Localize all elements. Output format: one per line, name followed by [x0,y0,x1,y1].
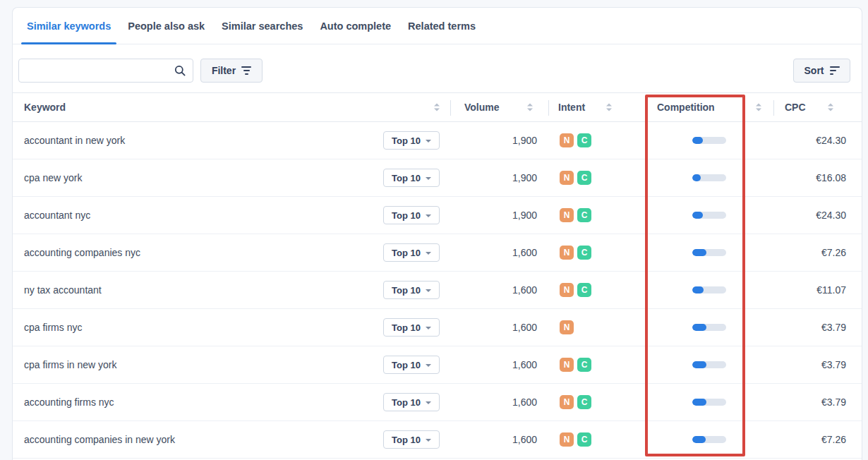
competition-bar [692,436,726,443]
column-header-competition[interactable]: Competition [657,102,715,113]
sort-carets-icon[interactable] [755,103,761,112]
sort-icon [830,66,840,75]
chevron-down-icon [426,327,431,329]
sort-carets-icon[interactable] [433,103,440,112]
position-filter-dropdown[interactable]: Top 10 [383,131,440,150]
position-filter-label: Top 10 [392,322,421,333]
chevron-down-icon [426,439,431,442]
competition-bar-fill [692,249,706,256]
intent-badge-c: C [577,133,591,147]
cpc-cell: €3.79 [773,322,846,333]
volume-cell: 1,600 [450,247,537,258]
intent-badges: NC [560,283,591,297]
keyword-cell: cpa firms in new york [24,359,116,370]
intent-badge-n: N [560,395,574,409]
column-divider [773,100,774,116]
table-row: ny tax accountant Top 10 1,600 NC €11.07 [13,272,862,309]
filter-icon [241,66,251,75]
volume-cell: 1,600 [450,284,537,296]
competition-bar-fill [692,361,706,368]
intent-badge-c: C [577,358,591,372]
position-filter-dropdown[interactable]: Top 10 [383,393,440,411]
competition-bar [692,361,726,368]
position-filter-label: Top 10 [392,173,421,183]
position-filter-label: Top 10 [392,135,421,146]
cpc-cell: €7.26 [773,434,846,445]
position-filter-dropdown[interactable]: Top 10 [383,243,440,262]
intent-badges: NC [560,208,591,222]
volume-cell: 1,600 [450,397,537,408]
tab-auto-complete[interactable]: Auto complete [311,8,399,44]
column-header-cpc[interactable]: CPC [785,102,806,113]
chevron-down-icon [426,364,431,367]
keyword-cell: accountant nyc [24,210,90,221]
competition-bar [692,324,726,331]
tab-similar-searches[interactable]: Similar searches [213,8,311,44]
table-row: accounting companies nyc Top 10 1,600 NC… [13,234,862,272]
chevron-down-icon [426,252,431,255]
cpc-cell: €16.08 [773,172,846,183]
competition-bar [692,137,726,144]
position-filter-dropdown[interactable]: Top 10 [383,169,440,187]
tab-people-also-ask[interactable]: People also ask [119,8,213,44]
chevron-down-icon [426,140,431,143]
intent-badge-c: C [577,432,591,447]
column-header-keyword[interactable]: Keyword [24,102,66,113]
table-row: accounting firms nyc Top 10 1,600 NC €3.… [13,384,862,421]
position-filter-dropdown[interactable]: Top 10 [383,206,440,224]
position-filter-dropdown[interactable]: Top 10 [383,318,440,337]
intent-badge-n: N [560,358,574,372]
intent-badge-c: C [577,283,591,297]
column-header-intent[interactable]: Intent [558,102,585,113]
filter-button-label: Filter [212,65,236,76]
table-row: accountant in new york Top 10 1,900 NC €… [13,122,862,159]
competition-bar [692,249,726,256]
search-input[interactable] [19,59,174,82]
competition-bar-fill [692,286,704,293]
keyword-cell: ny tax accountant [24,284,102,296]
sort-carets-icon[interactable] [827,103,833,112]
volume-cell: 1,600 [450,359,537,370]
intent-badge-c: C [577,246,591,260]
table-body: accountant in new york Top 10 1,900 NC €… [13,122,862,459]
position-filter-label: Top 10 [392,285,421,296]
sort-button-label: Sort [804,65,824,76]
tab-related-terms[interactable]: Related terms [399,8,484,44]
position-filter-dropdown[interactable]: Top 10 [383,281,440,299]
competition-bar-fill [692,436,706,443]
chevron-down-icon [426,214,431,217]
competition-bar-fill [692,324,706,331]
position-filter-dropdown[interactable]: Top 10 [383,356,440,374]
volume-cell: 1,900 [450,210,537,221]
volume-cell: 1,900 [450,135,537,146]
position-filter-label: Top 10 [392,397,421,408]
intent-badge-c: C [577,171,591,185]
competition-bar-fill [692,137,703,144]
filter-button[interactable]: Filter [200,59,263,83]
volume-cell: 1,600 [450,434,537,445]
sort-button[interactable]: Sort [793,59,850,83]
intent-badge-n: N [560,133,574,147]
position-filter-label: Top 10 [392,360,421,370]
intent-badge-c: C [577,395,591,409]
intent-badge-n: N [560,432,574,447]
sort-carets-icon[interactable] [526,103,533,112]
competition-bar [692,212,726,219]
intent-badges: NC [560,432,591,447]
intent-badges: NC [560,358,591,372]
sort-carets-icon[interactable] [605,103,612,112]
keywords-panel: Similar keywords People also ask Similar… [12,7,862,460]
cpc-cell: €24.30 [773,210,846,221]
tab-similar-keywords[interactable]: Similar keywords [18,8,119,44]
competition-bar [692,174,726,181]
column-divider [450,100,451,116]
keyword-cell: cpa firms nyc [24,322,82,333]
chevron-down-icon [426,401,431,404]
table-row: cpa firms in new york Top 10 1,600 NC €3… [13,346,862,384]
table-row: accounting companies in new york Top 10 … [13,421,862,459]
position-filter-dropdown[interactable]: Top 10 [383,430,440,449]
column-header-volume[interactable]: Volume [464,102,500,113]
intent-badge-n: N [560,283,574,297]
table-row: cpa firms nyc Top 10 1,600 N €3.79 [13,309,862,346]
intent-badge-n: N [560,320,574,334]
